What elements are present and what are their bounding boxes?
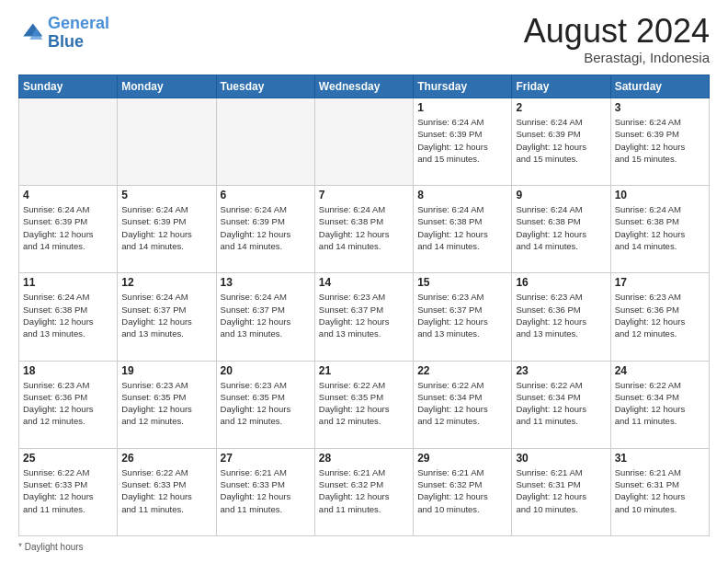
day-number: 1 xyxy=(417,101,507,114)
day-number: 24 xyxy=(615,364,705,377)
day-number: 9 xyxy=(516,189,606,201)
calendar-day-header: Friday xyxy=(512,75,610,98)
calendar-cell: 16Sunrise: 6:23 AMSunset: 6:36 PMDayligh… xyxy=(512,273,610,361)
calendar-cell: 20Sunrise: 6:23 AMSunset: 6:35 PMDayligh… xyxy=(216,361,314,448)
logo: GeneralBlue xyxy=(18,15,109,52)
day-info: Sunrise: 6:24 AMSunset: 6:38 PMDaylight:… xyxy=(23,291,113,339)
calendar-week-row: 4Sunrise: 6:24 AMSunset: 6:39 PMDaylight… xyxy=(19,186,710,273)
day-number: 27 xyxy=(221,452,311,465)
day-number: 26 xyxy=(121,452,211,465)
day-info: Sunrise: 6:23 AMSunset: 6:35 PMDaylight:… xyxy=(121,379,211,428)
day-number: 7 xyxy=(319,189,409,201)
page: GeneralBlue August 2024 Berastagi, Indon… xyxy=(0,0,728,563)
calendar-cell: 25Sunrise: 6:22 AMSunset: 6:33 PMDayligh… xyxy=(19,448,118,535)
calendar-week-row: 18Sunrise: 6:23 AMSunset: 6:36 PMDayligh… xyxy=(19,361,710,448)
calendar-day-header: Thursday xyxy=(414,75,512,98)
month-title: August 2024 xyxy=(524,15,710,48)
calendar-cell: 28Sunrise: 6:21 AMSunset: 6:32 PMDayligh… xyxy=(314,448,413,535)
calendar-table: SundayMondayTuesdayWednesdayThursdayFrid… xyxy=(18,75,710,536)
day-number: 15 xyxy=(417,276,507,289)
day-number: 11 xyxy=(23,276,113,289)
calendar-cell: 13Sunrise: 6:24 AMSunset: 6:37 PMDayligh… xyxy=(216,273,314,361)
day-number: 28 xyxy=(319,452,409,465)
calendar-cell: 31Sunrise: 6:21 AMSunset: 6:31 PMDayligh… xyxy=(610,448,709,535)
day-number: 16 xyxy=(516,276,606,289)
calendar-cell: 14Sunrise: 6:23 AMSunset: 6:37 PMDayligh… xyxy=(314,273,413,361)
day-info: Sunrise: 6:24 AMSunset: 6:37 PMDaylight:… xyxy=(221,291,311,339)
calendar-cell: 8Sunrise: 6:24 AMSunset: 6:38 PMDaylight… xyxy=(414,186,512,273)
day-number: 8 xyxy=(417,189,507,201)
day-number: 2 xyxy=(516,101,606,114)
calendar-cell: 15Sunrise: 6:23 AMSunset: 6:37 PMDayligh… xyxy=(414,273,512,361)
day-info: Sunrise: 6:24 AMSunset: 6:38 PMDaylight:… xyxy=(516,203,606,252)
calendar-cell: 23Sunrise: 6:22 AMSunset: 6:34 PMDayligh… xyxy=(512,361,610,448)
calendar-day-header: Sunday xyxy=(19,75,118,98)
day-info: Sunrise: 6:23 AMSunset: 6:36 PMDaylight:… xyxy=(516,291,606,339)
calendar-cell: 10Sunrise: 6:24 AMSunset: 6:38 PMDayligh… xyxy=(610,186,709,273)
day-number: 22 xyxy=(417,364,507,377)
day-info: Sunrise: 6:22 AMSunset: 6:35 PMDaylight:… xyxy=(319,379,409,428)
footer-note: * Daylight hours xyxy=(18,542,710,552)
calendar-cell: 17Sunrise: 6:23 AMSunset: 6:36 PMDayligh… xyxy=(610,273,709,361)
calendar-cell xyxy=(314,98,413,186)
day-number: 21 xyxy=(319,364,409,377)
day-info: Sunrise: 6:21 AMSunset: 6:31 PMDaylight:… xyxy=(615,466,705,515)
calendar-cell: 11Sunrise: 6:24 AMSunset: 6:38 PMDayligh… xyxy=(19,273,118,361)
calendar-cell: 5Sunrise: 6:24 AMSunset: 6:39 PMDaylight… xyxy=(118,186,216,273)
calendar-cell: 6Sunrise: 6:24 AMSunset: 6:39 PMDaylight… xyxy=(216,186,314,273)
day-info: Sunrise: 6:24 AMSunset: 6:39 PMDaylight:… xyxy=(615,116,705,165)
calendar-week-row: 1Sunrise: 6:24 AMSunset: 6:39 PMDaylight… xyxy=(19,98,710,186)
day-number: 13 xyxy=(221,276,311,289)
calendar-cell: 4Sunrise: 6:24 AMSunset: 6:39 PMDaylight… xyxy=(19,186,118,273)
day-info: Sunrise: 6:21 AMSunset: 6:31 PMDaylight:… xyxy=(516,466,606,515)
day-number: 10 xyxy=(615,189,705,201)
day-info: Sunrise: 6:24 AMSunset: 6:38 PMDaylight:… xyxy=(615,203,705,252)
day-info: Sunrise: 6:23 AMSunset: 6:36 PMDaylight:… xyxy=(23,379,113,428)
day-info: Sunrise: 6:22 AMSunset: 6:33 PMDaylight:… xyxy=(23,466,113,515)
logo-text: GeneralBlue xyxy=(48,15,109,52)
day-info: Sunrise: 6:23 AMSunset: 6:35 PMDaylight:… xyxy=(221,379,311,428)
calendar-cell: 9Sunrise: 6:24 AMSunset: 6:38 PMDaylight… xyxy=(512,186,610,273)
calendar-cell: 7Sunrise: 6:24 AMSunset: 6:38 PMDaylight… xyxy=(314,186,413,273)
day-info: Sunrise: 6:21 AMSunset: 6:33 PMDaylight:… xyxy=(221,466,311,515)
calendar-cell: 3Sunrise: 6:24 AMSunset: 6:39 PMDaylight… xyxy=(610,98,709,186)
day-info: Sunrise: 6:24 AMSunset: 6:39 PMDaylight:… xyxy=(516,116,606,165)
calendar-day-header: Monday xyxy=(118,75,216,98)
calendar-cell: 12Sunrise: 6:24 AMSunset: 6:37 PMDayligh… xyxy=(118,273,216,361)
calendar-cell: 26Sunrise: 6:22 AMSunset: 6:33 PMDayligh… xyxy=(118,448,216,535)
day-number: 20 xyxy=(221,364,311,377)
day-number: 18 xyxy=(23,364,113,377)
day-info: Sunrise: 6:22 AMSunset: 6:34 PMDaylight:… xyxy=(417,379,507,428)
calendar-header-row: SundayMondayTuesdayWednesdayThursdayFrid… xyxy=(19,75,710,98)
day-number: 31 xyxy=(615,452,705,465)
day-info: Sunrise: 6:21 AMSunset: 6:32 PMDaylight:… xyxy=(417,466,507,515)
day-number: 30 xyxy=(516,452,606,465)
day-number: 3 xyxy=(615,101,705,114)
day-info: Sunrise: 6:24 AMSunset: 6:39 PMDaylight:… xyxy=(221,203,311,252)
day-info: Sunrise: 6:22 AMSunset: 6:34 PMDaylight:… xyxy=(615,379,705,428)
day-info: Sunrise: 6:23 AMSunset: 6:37 PMDaylight:… xyxy=(417,291,507,339)
calendar-cell: 2Sunrise: 6:24 AMSunset: 6:39 PMDaylight… xyxy=(512,98,610,186)
day-info: Sunrise: 6:24 AMSunset: 6:39 PMDaylight:… xyxy=(417,116,507,165)
calendar-cell: 19Sunrise: 6:23 AMSunset: 6:35 PMDayligh… xyxy=(118,361,216,448)
day-number: 6 xyxy=(221,189,311,201)
day-number: 17 xyxy=(615,276,705,289)
calendar-week-row: 25Sunrise: 6:22 AMSunset: 6:33 PMDayligh… xyxy=(19,448,710,535)
calendar-cell xyxy=(216,98,314,186)
calendar-day-header: Wednesday xyxy=(314,75,413,98)
day-number: 5 xyxy=(121,189,211,201)
day-number: 25 xyxy=(23,452,113,465)
calendar-cell: 29Sunrise: 6:21 AMSunset: 6:32 PMDayligh… xyxy=(414,448,512,535)
calendar-day-header: Tuesday xyxy=(216,75,314,98)
day-number: 19 xyxy=(121,364,211,377)
calendar-cell: 22Sunrise: 6:22 AMSunset: 6:34 PMDayligh… xyxy=(414,361,512,448)
day-number: 29 xyxy=(417,452,507,465)
day-info: Sunrise: 6:23 AMSunset: 6:36 PMDaylight:… xyxy=(615,291,705,339)
day-info: Sunrise: 6:24 AMSunset: 6:39 PMDaylight:… xyxy=(23,203,113,252)
calendar-cell: 1Sunrise: 6:24 AMSunset: 6:39 PMDaylight… xyxy=(414,98,512,186)
day-info: Sunrise: 6:24 AMSunset: 6:39 PMDaylight:… xyxy=(121,203,211,252)
day-number: 14 xyxy=(319,276,409,289)
day-info: Sunrise: 6:21 AMSunset: 6:32 PMDaylight:… xyxy=(319,466,409,515)
title-block: August 2024 Berastagi, Indonesia xyxy=(524,15,710,65)
day-info: Sunrise: 6:24 AMSunset: 6:38 PMDaylight:… xyxy=(417,203,507,252)
